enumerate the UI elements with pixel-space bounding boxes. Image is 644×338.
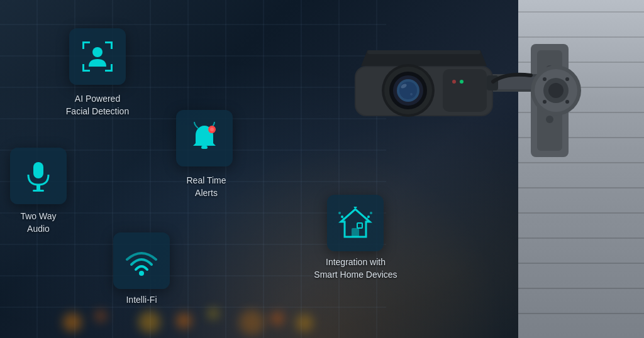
smart-home-label: Integration with Smart Home Devices <box>294 256 417 281</box>
feature-cards: AI Powered Facial Detection Real Time Al… <box>0 0 644 338</box>
intelli-fi-label: Intelli-Fi <box>107 294 176 307</box>
svg-rect-30 <box>82 41 84 49</box>
svg-rect-42 <box>36 185 40 190</box>
svg-rect-41 <box>33 162 43 178</box>
smart-home-card <box>327 195 384 251</box>
facial-detection-label: AI Powered Facial Detection <box>50 93 145 117</box>
two-way-audio-icon-box <box>18 155 59 197</box>
intelli-fi-icon-box <box>121 240 162 281</box>
real-time-alerts-icon-box <box>184 117 225 159</box>
svg-rect-45 <box>352 228 359 237</box>
facial-detection-card <box>69 28 126 85</box>
svg-point-55 <box>139 271 144 276</box>
svg-point-37 <box>92 47 103 57</box>
svg-rect-34 <box>82 64 84 72</box>
svg-point-40 <box>210 128 214 131</box>
facial-detection-icon-box <box>77 36 118 77</box>
svg-point-50 <box>370 212 372 214</box>
smart-home-icon-box <box>335 202 376 244</box>
svg-rect-43 <box>33 190 44 192</box>
two-way-audio-label: Two Way Audio <box>4 210 73 235</box>
svg-rect-32 <box>111 41 113 49</box>
svg-rect-38 <box>201 146 208 149</box>
svg-point-53 <box>354 207 357 209</box>
real-time-alerts-label: Real Time Alerts <box>162 175 250 199</box>
svg-point-48 <box>338 212 341 214</box>
svg-rect-36 <box>111 64 113 72</box>
svg-rect-46 <box>357 223 362 228</box>
intelli-fi-card <box>113 232 170 289</box>
real-time-alerts-card <box>176 110 233 166</box>
two-way-audio-card <box>10 148 67 204</box>
